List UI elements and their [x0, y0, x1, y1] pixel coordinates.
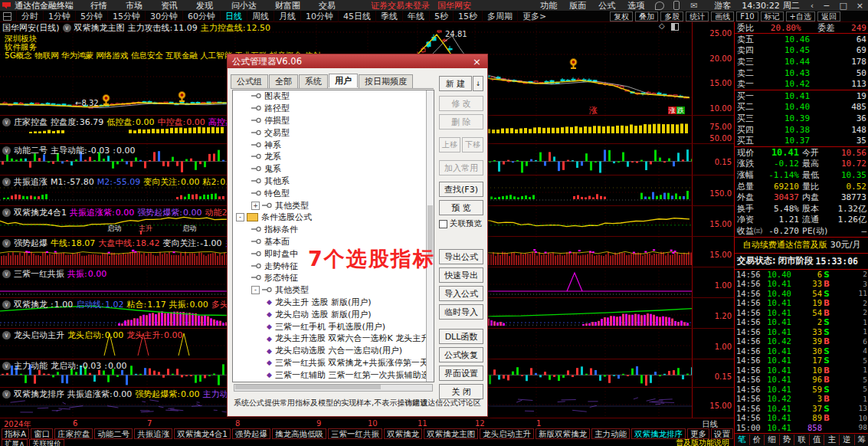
panel-name[interactable]: 庄家控盘 — [14, 116, 47, 128]
dialog-tab-全部[interactable]: 全部 — [269, 74, 298, 88]
period-多周期[interactable]: 多周期 — [482, 11, 517, 22]
right-menu-2[interactable]: 版面 — [563, 0, 592, 11]
tick-tab-笔[interactable]: 笔 — [735, 435, 749, 445]
tick-tab-主[interactable]: 主 — [824, 435, 839, 445]
split-view-icon[interactable] — [671, 23, 679, 31]
io-button-临时导入[interactable]: 临时导入 — [439, 304, 483, 320]
period-30分钟[interactable]: 30分钟 — [145, 11, 182, 22]
collapse-panel-icon[interactable]: ∨ — [2, 270, 11, 278]
checkbox-icon[interactable] — [439, 220, 447, 228]
panel-name[interactable]: 主力动能 — [14, 360, 47, 372]
period-10分钟[interactable]: 10分钟 — [300, 11, 338, 22]
collapse-panel-icon[interactable]: ∨ — [2, 362, 11, 370]
indicator-tab-三紫一红共振[interactable]: 三紫一红共振 — [328, 428, 382, 439]
formula-group[interactable]: 交易型 — [233, 126, 434, 139]
ext-tab-扩展∧[interactable]: 扩展∧ — [2, 439, 28, 446]
collapse-panel-icon[interactable]: ∨ — [2, 178, 11, 186]
period-60分钟[interactable]: 60分钟 — [182, 11, 220, 22]
period-5分钟[interactable]: 5分钟 — [75, 11, 107, 22]
panel-name[interactable]: 双紫擒龙 — [14, 299, 47, 310]
panel-name[interactable]: 龙头启动主升 — [14, 330, 64, 341]
formula-group[interactable]: 指标条件 — [233, 224, 434, 236]
sys-button-界面设置[interactable]: 界面设置 — [439, 366, 483, 381]
formula-item[interactable]: ◆三紫一红手机 手机选股(用户) — [233, 320, 434, 333]
tick-tab-势[interactable]: 势 — [779, 435, 794, 445]
charttool-统计[interactable]: 统计 — [686, 11, 709, 21]
formula-group[interactable]: 停损型 — [233, 115, 434, 127]
ext-tab-关联报价[interactable]: 关联报价 — [29, 439, 64, 446]
panel-name[interactable]: 三紫一红共振 — [14, 268, 64, 280]
menu-3[interactable]: 资讯 — [152, 0, 187, 11]
io-button-快速导出[interactable]: 快速导出 — [439, 267, 483, 283]
close-window-icon[interactable]: × — [852, 1, 868, 11]
indicator-tab-新版双紫擒龙[interactable]: 新版双紫擒龙 — [536, 428, 590, 439]
period-日线[interactable]: 日线 — [220, 11, 247, 22]
move-down-button[interactable]: 下移 — [462, 137, 483, 152]
formula-group[interactable]: 神系 — [233, 139, 434, 151]
period-年线[interactable]: 年线 — [402, 11, 429, 22]
collapse-panel-icon[interactable]: ∨ — [2, 208, 11, 217]
indicator-tab-双紫擒龙4合1[interactable]: 双紫擒龙4合1 — [174, 428, 231, 439]
tick-tab-值[interactable]: 值 — [809, 435, 824, 445]
period-15分钟[interactable]: 15分钟 — [107, 11, 145, 22]
panel-name[interactable]: 强势起爆 — [14, 238, 47, 249]
new-dropdown-icon[interactable]: ↓ — [473, 76, 483, 91]
formula-group[interactable]: 形态特征 — [233, 272, 434, 284]
layout-grid-icon[interactable] — [3, 12, 11, 21]
restore-icon[interactable]: □ — [834, 1, 851, 11]
period-45日线[interactable]: 45日线 — [338, 11, 375, 22]
indicator-tab-动能二号[interactable]: 动能二号 — [94, 428, 133, 439]
collapse-panel-icon[interactable]: ∨ — [2, 239, 11, 248]
expand-icon[interactable]: + — [251, 202, 260, 210]
tick-tab-筹[interactable]: 筹 — [854, 435, 868, 445]
dialog-tab-系统[interactable]: 系统 — [299, 74, 328, 88]
dialog-close-icon[interactable]: × — [467, 56, 487, 67]
right-menu-3[interactable]: 公式 — [592, 0, 621, 11]
formula-item[interactable]: ◆三紫一红共振 双紫擒龙+共振涨停第一天共振选股 赢 — [233, 357, 434, 369]
dialog-tab-公式组[interactable]: 公式组 — [231, 74, 268, 88]
menu-7[interactable]: 交易 — [310, 0, 345, 11]
indicator-tab-庄家控盘[interactable]: 庄家控盘 — [54, 428, 93, 439]
minimize-icon[interactable]: − — [818, 1, 834, 11]
edition-note[interactable]: 普及版功能说明 — [676, 438, 729, 446]
collapse-icon[interactable]: - — [251, 286, 260, 294]
charttool-+自选[interactable]: +自选 — [786, 11, 815, 21]
menu-5[interactable]: 问小达 — [222, 0, 266, 11]
charttool-画线[interactable]: 画线 — [711, 11, 734, 21]
collapse-icon[interactable]: - — [236, 213, 244, 221]
new-formula-button[interactable]: 新 建 — [439, 76, 472, 91]
charttool-标记[interactable]: 标记 — [761, 11, 784, 21]
dialog-tab-按日期频度[interactable]: 按日期频度 — [359, 74, 413, 88]
collapse-window-icon[interactable]: ‹ — [806, 1, 818, 11]
formula-item[interactable]: ◆龙头启动选股 六合一选启动(用户) — [233, 345, 434, 357]
subscription-banner[interactable]: 自动续费通达信普及版30元/月 — [735, 237, 868, 253]
indicator-tab-擒龙高抛低吸[interactable]: 擒龙高抛低吸 — [272, 428, 326, 439]
collapse-panel-icon[interactable]: ∨ — [2, 118, 11, 126]
indicator-tab-龙头启动主升[interactable]: 龙头启动主升 — [480, 428, 534, 439]
indicator-tab-指标A[interactable]: 指标A — [2, 428, 29, 439]
indicator-tab-主力动能[interactable]: 主力动能 — [591, 428, 630, 439]
formula-group[interactable]: -条件选股公式 — [233, 212, 434, 224]
period-季线[interactable]: 季线 — [375, 11, 402, 22]
formula-group[interactable]: -其他类型 — [233, 284, 434, 297]
charttool-返回[interactable]: 返回 — [817, 11, 840, 21]
collapse-panel-icon[interactable]: ∨ — [2, 331, 11, 339]
tick-tab-逆[interactable]: 逆 — [839, 435, 854, 445]
sys-button-DLL函数[interactable]: DLL函数 — [439, 329, 483, 344]
period-分时[interactable]: 分时 — [16, 11, 43, 22]
formula-group[interactable]: 专家系统公式 — [233, 381, 434, 382]
formula-group[interactable]: 图表型 — [233, 90, 434, 103]
period-更多>[interactable]: 更多> — [517, 11, 551, 22]
io-button-导出公式[interactable]: 导出公式 — [439, 249, 483, 264]
right-menu-1[interactable]: 功能 — [534, 0, 563, 11]
mobile-icon[interactable] — [673, 1, 680, 10]
menu-4[interactable]: 发现 — [187, 0, 222, 11]
link-preview-option[interactable]: 关联预览 — [439, 218, 483, 229]
menu-2[interactable]: 市场 — [116, 0, 152, 11]
indicator-tab-双紫擒龙[interactable]: 双紫擒龙 — [384, 428, 422, 439]
menu-6[interactable]: 财富圈 — [266, 0, 310, 11]
panel-name[interactable]: 双紫擒龙4合1 — [14, 207, 67, 218]
formula-group[interactable]: 特色型 — [233, 187, 434, 199]
dialog-button-2[interactable]: 删 除 — [439, 114, 483, 130]
zhangdieyu-badge[interactable]: 涨跌预 — [668, 105, 692, 115]
